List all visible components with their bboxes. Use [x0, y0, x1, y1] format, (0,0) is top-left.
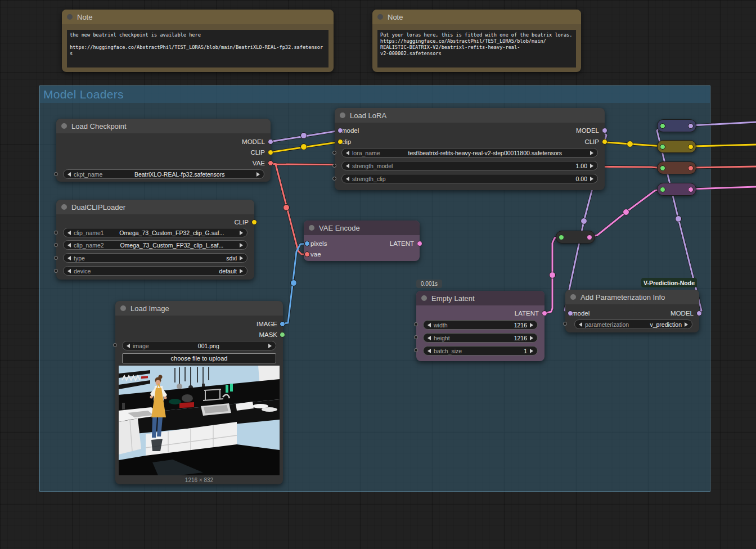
decrement-arrow-icon[interactable]	[346, 177, 349, 181]
model-output-dot[interactable]	[268, 139, 273, 145]
node-add-parameterization-info[interactable]: Add Parameterization Info model MODEL pa…	[565, 290, 699, 332]
collapsed-input-dot[interactable]	[660, 165, 665, 171]
model-output-dot[interactable]	[602, 128, 608, 133]
clip-input-dot[interactable]	[338, 139, 343, 145]
clip-name1-widget[interactable]: clip_name1 Omega_73_Custom_FP32_clip_G.s…	[63, 228, 248, 237]
increment-arrow-icon[interactable]	[530, 323, 533, 327]
lora-name-widget[interactable]: lora_name test\beatrixl-refits-heavy-rea…	[341, 148, 598, 158]
latent-output-dot[interactable]	[542, 310, 547, 316]
decrement-arrow-icon[interactable]	[428, 349, 431, 353]
collapse-dot-icon[interactable]	[421, 295, 427, 301]
increment-arrow-icon[interactable]	[590, 177, 593, 181]
collapse-dot-icon[interactable]	[570, 294, 576, 300]
collapsed-node-model-reroute[interactable]	[657, 119, 696, 132]
model-input-dot[interactable]	[338, 128, 343, 133]
pixels-input-dot[interactable]	[304, 241, 310, 246]
note-titlebar[interactable]: Note	[372, 10, 581, 24]
collapsed-output-dot[interactable]	[688, 187, 694, 192]
widget-input-dot[interactable]	[332, 164, 336, 168]
vae-input-dot[interactable]	[304, 251, 310, 257]
image-widget[interactable]: image 001.png	[122, 341, 276, 350]
width-widget[interactable]: width 1216	[423, 320, 538, 330]
next-arrow-icon[interactable]	[256, 172, 260, 177]
prev-arrow-icon[interactable]	[68, 231, 71, 235]
next-arrow-icon[interactable]	[240, 231, 243, 235]
prev-arrow-icon[interactable]	[68, 269, 71, 273]
prev-arrow-icon[interactable]	[346, 151, 349, 155]
type-widget[interactable]: type sdxl	[63, 253, 248, 263]
node-load-image[interactable]: Load Image IMAGE MASK image 001.png choo…	[115, 301, 283, 484]
prev-arrow-icon[interactable]	[68, 172, 71, 177]
node-titlebar[interactable]: Load Image	[115, 301, 283, 316]
widget-input-dot[interactable]	[414, 348, 418, 352]
mask-output-dot[interactable]	[280, 332, 285, 338]
widget-input-dot[interactable]	[54, 269, 58, 273]
height-widget[interactable]: height 1216	[423, 333, 538, 343]
collapsed-output-dot[interactable]	[688, 165, 694, 171]
collapsed-input-dot[interactable]	[559, 235, 564, 240]
increment-arrow-icon[interactable]	[530, 349, 533, 353]
collapse-dot-icon[interactable]	[61, 123, 67, 129]
widget-input-dot[interactable]	[54, 243, 58, 247]
next-arrow-icon[interactable]	[590, 151, 593, 155]
collapse-dot-icon[interactable]	[377, 14, 383, 20]
prev-arrow-icon[interactable]	[127, 344, 130, 348]
node-dual-clip-loader[interactable]: DualCLIPLoader CLIP clip_name1 Omega_73_…	[56, 200, 254, 280]
increment-arrow-icon[interactable]	[530, 336, 533, 340]
node-titlebar[interactable]: Add Parameterization Info	[565, 290, 699, 304]
latent-output-dot[interactable]	[417, 241, 422, 246]
widget-input-dot[interactable]	[563, 322, 567, 326]
collapse-dot-icon[interactable]	[340, 112, 345, 118]
collapsed-input-dot[interactable]	[660, 187, 665, 192]
prev-arrow-icon[interactable]	[579, 322, 582, 327]
strength-model-widget[interactable]: strength_model 1.00	[341, 161, 598, 170]
clip-output-dot[interactable]	[268, 150, 273, 155]
collapsed-node-latent-reroute[interactable]	[556, 231, 595, 244]
parameterization-widget[interactable]: parameterization v_prediction	[574, 320, 692, 329]
graph-canvas[interactable]: Model Loaders	[0, 0, 756, 549]
node-titlebar[interactable]: Empty Latent	[416, 291, 544, 305]
note-titlebar[interactable]: Note	[62, 10, 334, 24]
collapsed-input-dot[interactable]	[660, 123, 665, 129]
widget-input-dot[interactable]	[54, 231, 58, 235]
note-node-loras[interactable]: Note Put your loras here, this is fitted…	[372, 10, 581, 72]
batch-size-widget[interactable]: batch_size 1	[423, 346, 538, 356]
widget-input-dot[interactable]	[113, 343, 117, 347]
widget-input-dot[interactable]	[332, 177, 336, 181]
model-input-dot[interactable]	[568, 310, 573, 316]
strength-clip-widget[interactable]: strength_clip 0.00	[341, 174, 598, 183]
prev-arrow-icon[interactable]	[68, 256, 71, 260]
node-load-checkpoint[interactable]: Load Checkpoint MODEL CLIP VAE ckpt_name…	[56, 119, 271, 182]
decrement-arrow-icon[interactable]	[428, 323, 431, 327]
widget-input-dot[interactable]	[54, 256, 58, 260]
next-arrow-icon[interactable]	[268, 344, 272, 348]
clip-name2-widget[interactable]: clip_name2 Omega_73_Custom_FP32_clip_L.s…	[63, 240, 248, 250]
group-titlebar[interactable]: Model Loaders	[40, 86, 710, 103]
clip-output-dot[interactable]	[251, 219, 257, 225]
decrement-arrow-icon[interactable]	[428, 336, 431, 340]
widget-input-dot[interactable]	[332, 151, 336, 155]
node-titlebar[interactable]: Load LoRA	[335, 108, 605, 123]
widget-input-dot[interactable]	[54, 172, 58, 176]
choose-file-button[interactable]: choose file to upload	[122, 353, 276, 363]
collapse-dot-icon[interactable]	[67, 14, 73, 20]
collapsed-output-dot[interactable]	[587, 235, 592, 240]
model-output-dot[interactable]	[696, 310, 702, 316]
prev-arrow-icon[interactable]	[68, 243, 71, 248]
next-arrow-icon[interactable]	[685, 322, 688, 327]
collapsed-input-dot[interactable]	[660, 144, 665, 150]
node-titlebar[interactable]: Load Checkpoint	[56, 119, 271, 133]
node-empty-latent[interactable]: Empty Latent LATENT width 1216 height 12…	[416, 291, 544, 361]
widget-input-dot[interactable]	[414, 335, 418, 339]
decrement-arrow-icon[interactable]	[346, 164, 349, 168]
note-node-checkpoint[interactable]: Note the new beatrixl checkpoint is avai…	[62, 10, 334, 72]
collapse-dot-icon[interactable]	[309, 225, 314, 231]
increment-arrow-icon[interactable]	[590, 164, 593, 168]
collapse-dot-icon[interactable]	[61, 204, 67, 210]
collapsed-node-clip-reroute[interactable]	[657, 140, 696, 153]
node-vae-encode[interactable]: VAE Encode pixels vae LATENT	[304, 220, 420, 261]
ckpt-name-widget[interactable]: ckpt_name BeatriXLO-REAL-fp32.safetensor…	[63, 169, 264, 179]
collapse-dot-icon[interactable]	[120, 305, 126, 311]
next-arrow-icon[interactable]	[240, 269, 243, 273]
image-output-dot[interactable]	[280, 321, 285, 327]
